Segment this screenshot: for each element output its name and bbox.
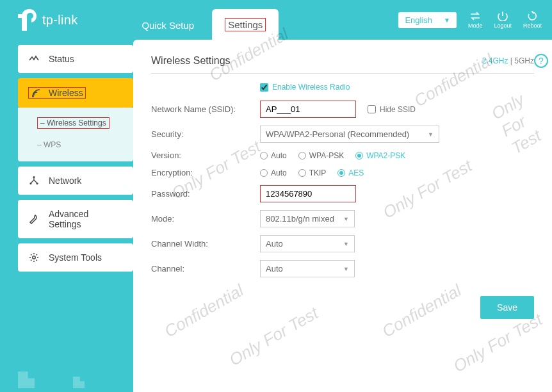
hide-ssid-label: Hide SSID bbox=[380, 105, 416, 114]
top-tabs: Quick Setup Settings bbox=[129, 0, 279, 40]
header-right: English ▼ Mode Logout Reboot bbox=[398, 11, 542, 29]
sidebar-system-label: System Tools bbox=[49, 252, 102, 263]
svg-point-4 bbox=[33, 256, 35, 259]
ch-value: Auto bbox=[266, 264, 283, 274]
ssid-input[interactable] bbox=[260, 101, 356, 118]
svg-point-3 bbox=[37, 183, 38, 184]
reboot-label: Reboot bbox=[523, 22, 542, 29]
save-button[interactable]: Save bbox=[480, 296, 534, 319]
security-label: Security: bbox=[151, 129, 260, 139]
main-panel: ? Wireless Settings 2.4GHz | 5GHz Enable… bbox=[133, 40, 552, 392]
version-wpa2-radio[interactable]: WPA2-PSK bbox=[355, 151, 405, 160]
tab-settings[interactable]: Settings bbox=[212, 9, 279, 40]
password-label: Password: bbox=[151, 189, 260, 199]
help-icon[interactable]: ? bbox=[534, 54, 548, 68]
sidebar-wireless-label: Wireless bbox=[49, 88, 83, 98]
mode-select[interactable]: 802.11b/g/n mixed▼ bbox=[260, 210, 355, 227]
network-icon bbox=[28, 176, 40, 185]
brand-text: tp-link bbox=[42, 13, 77, 28]
version-label: Version: bbox=[151, 151, 260, 160]
sidebar-item-system[interactable]: System Tools bbox=[18, 243, 133, 272]
mode-label: Mode: bbox=[151, 214, 260, 224]
password-input[interactable] bbox=[260, 185, 356, 202]
header: tp-link Quick Setup Settings English ▼ M… bbox=[0, 0, 552, 40]
channel-label: Channel: bbox=[151, 264, 260, 274]
mode-value: 802.11b/g/n mixed bbox=[266, 214, 334, 224]
tplink-logo-icon bbox=[18, 9, 37, 31]
mode-button[interactable]: Mode bbox=[468, 11, 483, 29]
language-value: English bbox=[405, 15, 432, 25]
encryption-label: Encryption: bbox=[151, 168, 260, 177]
ssid-label: Network Name (SSID): bbox=[151, 104, 260, 114]
enc-aes-radio[interactable]: AES bbox=[337, 168, 364, 177]
sidebar: Status Wireless – Wireless Settings – WP… bbox=[0, 40, 133, 392]
sidebar-wireless-sub: – Wireless Settings – WPS bbox=[18, 108, 133, 161]
cw-value: Auto bbox=[266, 239, 283, 249]
tab-quick-setup[interactable]: Quick Setup bbox=[129, 11, 207, 40]
svg-point-1 bbox=[33, 176, 35, 178]
reboot-button[interactable]: Reboot bbox=[523, 11, 542, 29]
hide-ssid-checkbox[interactable]: Hide SSID bbox=[368, 105, 416, 114]
chevron-down-icon: ▼ bbox=[343, 241, 349, 247]
version-auto-radio[interactable]: Auto bbox=[260, 151, 287, 160]
status-icon bbox=[28, 55, 40, 63]
logout-label: Logout bbox=[494, 22, 512, 29]
mode-label: Mode bbox=[468, 22, 483, 29]
channel-width-select[interactable]: Auto▼ bbox=[260, 235, 355, 252]
enable-wireless-input[interactable] bbox=[260, 83, 268, 92]
svg-point-2 bbox=[30, 183, 32, 184]
sidebar-sub-wireless-settings[interactable]: – Wireless Settings bbox=[18, 111, 133, 135]
sidebar-advanced-label: Advanced Settings bbox=[49, 209, 123, 229]
band-switch[interactable]: 2.4GHz | 5GHz bbox=[482, 56, 534, 65]
logo: tp-link bbox=[18, 9, 77, 31]
sidebar-item-status[interactable]: Status bbox=[18, 45, 133, 73]
channel-width-label: Channel Width: bbox=[151, 239, 260, 249]
enable-wireless-checkbox[interactable]: Enable Wireless Radio bbox=[260, 83, 534, 92]
language-select[interactable]: English ▼ bbox=[398, 12, 457, 28]
decoration bbox=[18, 372, 85, 388]
sidebar-item-wireless[interactable]: Wireless bbox=[18, 78, 133, 108]
svg-point-0 bbox=[32, 95, 34, 97]
gear-icon bbox=[28, 252, 40, 263]
sidebar-status-label: Status bbox=[49, 54, 74, 64]
sidebar-item-network[interactable]: Network bbox=[18, 167, 133, 195]
enc-auto-radio[interactable]: Auto bbox=[260, 168, 287, 177]
page-title: Wireless Settings bbox=[151, 55, 231, 67]
hide-ssid-input[interactable] bbox=[368, 105, 376, 113]
version-wpa-radio[interactable]: WPA-PSK bbox=[298, 151, 344, 160]
chevron-down-icon: ▼ bbox=[343, 216, 349, 222]
enable-wireless-label: Enable Wireless Radio bbox=[272, 83, 350, 92]
sidebar-network-label: Network bbox=[49, 176, 81, 186]
chevron-down-icon: ▼ bbox=[444, 17, 450, 24]
channel-select[interactable]: Auto▼ bbox=[260, 260, 355, 277]
wrench-icon bbox=[28, 214, 40, 224]
chevron-down-icon: ▼ bbox=[428, 131, 434, 138]
sidebar-item-advanced[interactable]: Advanced Settings bbox=[18, 200, 133, 238]
security-value: WPA/WPA2-Personal (Recommended) bbox=[266, 129, 409, 139]
sidebar-sub-wps[interactable]: – WPS bbox=[18, 135, 133, 155]
enc-tkip-radio[interactable]: TKIP bbox=[298, 168, 327, 177]
security-select[interactable]: WPA/WPA2-Personal (Recommended)▼ bbox=[260, 126, 439, 143]
chevron-down-icon: ▼ bbox=[343, 266, 349, 272]
logout-button[interactable]: Logout bbox=[494, 11, 512, 29]
wireless-icon bbox=[31, 88, 42, 97]
